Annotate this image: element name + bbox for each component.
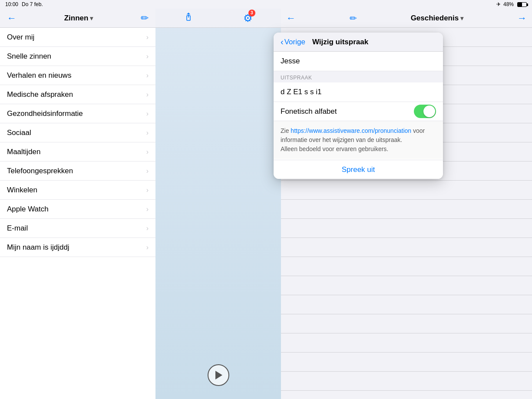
list-item-label: E-mail bbox=[7, 224, 28, 233]
middle-nav: ⚙ 3 bbox=[155, 9, 281, 28]
airplane-icon: ✈ bbox=[496, 1, 501, 7]
list-item-label: Snelle zinnen bbox=[7, 52, 51, 61]
play-triangle-icon bbox=[215, 371, 222, 379]
status-bar-left: 10:00 Do 7 feb. bbox=[5, 1, 43, 7]
popup-info: Zie https://www.assistiveware.com/pronun… bbox=[274, 121, 443, 159]
list-item-chevron: › bbox=[146, 186, 149, 194]
right-dropdown-chevron[interactable]: ▾ bbox=[460, 15, 463, 22]
left-nav-title: Zinnen ▾ bbox=[64, 14, 93, 23]
status-time: 10:00 bbox=[5, 1, 18, 7]
dropdown-chevron[interactable]: ▾ bbox=[90, 15, 93, 22]
list-item-chevron: › bbox=[146, 33, 149, 41]
status-bar-right: ✈ 48% bbox=[496, 1, 527, 7]
phonetic-input-section bbox=[274, 82, 443, 102]
status-date: Do 7 feb. bbox=[22, 1, 43, 7]
list-item[interactable]: Mijn naam is ijdjddj › bbox=[0, 238, 155, 257]
phonetic-input[interactable] bbox=[281, 88, 436, 96]
list-item-label: Telefoongesprekken bbox=[7, 167, 73, 175]
list-item[interactable]: Over mij › bbox=[0, 28, 155, 47]
back-icon[interactable]: ← bbox=[7, 13, 17, 24]
list-item-chevron: › bbox=[146, 72, 149, 79]
uitspraak-section-label: UITSPRAAK bbox=[274, 71, 443, 82]
list-item[interactable]: Medische afspraken › bbox=[0, 85, 155, 104]
pronunciation-link[interactable]: https://www.assistiveware.com/pronunciat… bbox=[291, 127, 411, 134]
status-bar: 10:00 Do 7 feb. ✈ 48% bbox=[0, 0, 532, 9]
right-edit-icon[interactable]: ✏ bbox=[350, 13, 357, 23]
list-item-label: Maaltijden bbox=[7, 148, 41, 156]
list-item-label: Mijn naam is ijdjddj bbox=[7, 243, 69, 252]
list-item[interactable]: Maaltijden › bbox=[0, 142, 155, 162]
back-chevron-icon: ‹ bbox=[281, 37, 284, 47]
badge-count: 3 bbox=[248, 10, 255, 16]
middle-panel bbox=[155, 0, 281, 399]
battery-percent: 48% bbox=[503, 1, 514, 7]
list-item[interactable]: Gezondheidsinformatie › bbox=[0, 104, 155, 123]
list-item-label: Medische afspraken bbox=[7, 90, 73, 99]
list-item[interactable]: E-mail › bbox=[0, 219, 155, 238]
fonetisch-toggle[interactable] bbox=[414, 105, 436, 118]
toggle-thumb bbox=[423, 106, 435, 117]
toggle-label: Fonetisch alfabet bbox=[281, 107, 337, 116]
right-back-icon[interactable]: ← bbox=[286, 13, 296, 24]
left-nav: ← Zinnen ▾ ✏ bbox=[0, 9, 155, 28]
zinnen-title: Zinnen bbox=[64, 14, 89, 23]
geschiedenis-title: Geschiedenis bbox=[411, 14, 459, 23]
play-button-container bbox=[155, 364, 281, 386]
list-item-label: Gezondheidsinformatie bbox=[7, 109, 83, 118]
edit-icon[interactable]: ✏ bbox=[141, 13, 149, 24]
gear-badge-container: ⚙ 3 bbox=[243, 12, 253, 24]
popup-body: UITSPRAAK Fonetisch alfabet Zie https://… bbox=[274, 52, 443, 179]
list-item-label: Apple Watch bbox=[7, 205, 49, 214]
spreek-uit-button[interactable]: Spreek uit bbox=[274, 160, 443, 179]
list-item-label: Over mij bbox=[7, 33, 34, 42]
list-item-chevron: › bbox=[146, 205, 149, 213]
list-item-chevron: › bbox=[146, 148, 149, 156]
list-item-chevron: › bbox=[146, 110, 149, 118]
toggle-row: Fonetisch alfabet bbox=[274, 102, 443, 121]
list-item-chevron: › bbox=[146, 244, 149, 251]
battery-icon bbox=[517, 2, 527, 7]
play-button[interactable] bbox=[208, 364, 229, 386]
list-item-label: Verhalen en nieuws bbox=[7, 71, 71, 80]
list-item-label: Winkelen bbox=[7, 186, 37, 195]
list-item[interactable]: Sociaal › bbox=[0, 123, 155, 142]
list-item[interactable]: Verhalen en nieuws › bbox=[0, 66, 155, 85]
right-nav-title: Geschiedenis ▾ bbox=[411, 14, 464, 23]
list-item[interactable]: Telefoongesprekken › bbox=[0, 162, 155, 181]
right-forward-icon[interactable]: → bbox=[517, 13, 527, 24]
list-item[interactable]: Winkelen › bbox=[0, 181, 155, 200]
list-item-label: Sociaal bbox=[7, 129, 31, 137]
popup-title: Wijzig uitspraak bbox=[312, 38, 368, 46]
list-item-chevron: › bbox=[146, 224, 149, 232]
share-icon[interactable] bbox=[184, 12, 193, 24]
list-item-chevron: › bbox=[146, 167, 149, 175]
list-item[interactable]: Snelle zinnen › bbox=[0, 47, 155, 66]
word-input-section bbox=[274, 52, 443, 71]
popup-back-button[interactable]: ‹ Vorige bbox=[281, 37, 305, 47]
word-input[interactable] bbox=[281, 57, 436, 66]
list-item-chevron: › bbox=[146, 91, 149, 99]
list-container[interactable]: Over mij › Snelle zinnen › Verhalen en n… bbox=[0, 28, 155, 399]
right-nav: ← ✏ Geschiedenis ▾ → bbox=[281, 9, 532, 28]
popup-nav: ‹ Vorige Wijzig uitspraak bbox=[274, 33, 443, 52]
list-item-chevron: › bbox=[146, 129, 149, 137]
popup-panel: ‹ Vorige Wijzig uitspraak UITSPRAAK Fone… bbox=[274, 33, 443, 179]
list-item-apple-watch[interactable]: Apple Watch › bbox=[0, 200, 155, 219]
list-item-chevron: › bbox=[146, 53, 149, 60]
spreek-section: Spreek uit bbox=[274, 160, 443, 179]
back-label: Vorige bbox=[284, 38, 305, 46]
